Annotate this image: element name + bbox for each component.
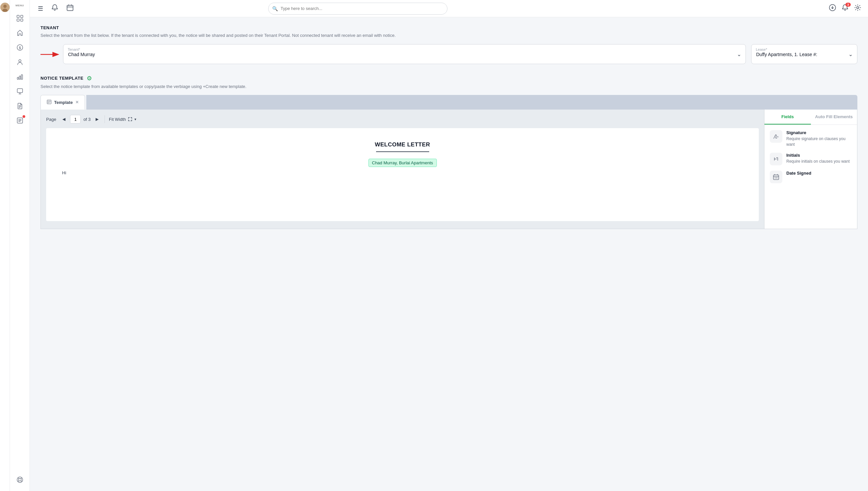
sidebar-item-support[interactable] [14, 474, 26, 486]
page-content: TENANT Select the tenant from the list b… [30, 17, 868, 491]
template-tab-empty-area [86, 95, 857, 110]
field-item-date-signed[interactable]: Date Signed [770, 171, 852, 183]
menu-label: MENU [16, 4, 24, 7]
svg-rect-4 [21, 15, 23, 18]
sidebar: MENU $ [10, 0, 30, 491]
svg-rect-13 [17, 89, 23, 93]
fields-panel: Fields Auto Fill Elements Signat [764, 110, 857, 229]
document-hi: Hi [62, 170, 66, 175]
notice-template-description: Select the notice template from availabl… [40, 83, 857, 90]
calendar-icon[interactable] [65, 3, 75, 14]
template-content-wrapper: Page ◀ 1 of 3 ▶ Fit Width ▾ [40, 110, 857, 229]
document-title: WELCOME LETTER [375, 141, 430, 148]
field-item-initials[interactable]: Initials Require initials on clauses you… [770, 153, 852, 165]
sidebar-item-design[interactable] [14, 85, 26, 97]
document-preview: Page ◀ 1 of 3 ▶ Fit Width ▾ [41, 110, 764, 229]
user-avatar[interactable] [0, 3, 10, 12]
svg-rect-3 [17, 15, 19, 18]
signature-field-info: Signature Require signature on clauses y… [786, 130, 852, 147]
document-underline [376, 151, 429, 152]
page-navigation: ◀ 1 of 3 ▶ [60, 115, 100, 123]
sidebar-item-reports[interactable] [14, 71, 26, 83]
template-tab-close[interactable]: ✕ [76, 100, 79, 105]
svg-point-9 [19, 60, 21, 62]
initials-field-info: Initials Require initials on clauses you… [786, 153, 852, 164]
topnav: ☰ 🔍 [30, 0, 868, 17]
sidebar-item-finance[interactable]: $ [14, 41, 26, 53]
template-tab[interactable]: Template ✕ [40, 95, 85, 110]
svg-text:$: $ [19, 46, 21, 50]
doc-toolbar: Page ◀ 1 of 3 ▶ Fit Width ▾ [46, 115, 759, 123]
sidebar-item-people[interactable] [14, 56, 26, 68]
page-prev-button[interactable]: ◀ [60, 116, 67, 123]
svg-rect-12 [21, 75, 23, 79]
document-page: WELCOME LETTER Chad Murray, Burlai Apart… [46, 128, 759, 221]
svg-rect-10 [17, 77, 19, 79]
lease-field[interactable]: Lease* Duffy Apartments, 1. Lease #: ⌄ [751, 44, 857, 64]
notice-template-header: NOTICE TEMPLATE ⚙ [40, 75, 857, 82]
initials-field-name: Initials [786, 153, 852, 158]
svg-rect-17 [67, 5, 73, 11]
svg-rect-23 [773, 175, 779, 180]
template-gear-icon[interactable]: ⚙ [87, 75, 92, 82]
initials-field-desc: Require initials on clauses you want [786, 159, 852, 164]
svg-point-19 [857, 7, 859, 9]
signature-field-name: Signature [786, 130, 852, 135]
svg-point-1 [3, 5, 7, 8]
page-number[interactable]: 1 [70, 115, 81, 123]
tenant-section-header: TENANT [40, 25, 857, 30]
topnav-right-icons: 3 [829, 4, 861, 13]
fit-width-chevron-icon: ▾ [134, 117, 137, 121]
tenant-form-row: Tenant* Chad Murray ⌄ Lease* Duffy Apart… [40, 44, 857, 64]
main-wrapper: ☰ 🔍 [30, 0, 868, 491]
tenant-select[interactable]: Chad Murray [63, 44, 746, 64]
initials-icon-box [770, 153, 782, 165]
svg-rect-6 [21, 19, 23, 21]
template-tab-icon [47, 99, 52, 105]
svg-rect-5 [17, 19, 19, 21]
page-next-button[interactable]: ▶ [93, 116, 100, 123]
notice-template-title: NOTICE TEMPLATE [40, 76, 83, 81]
download-icon[interactable] [829, 4, 836, 13]
notification-bell-top[interactable] [50, 3, 60, 14]
search-bar[interactable]: 🔍 [268, 3, 447, 15]
date-signed-icon-box [770, 171, 782, 183]
search-input[interactable] [268, 3, 447, 15]
tab-autofill[interactable]: Auto Fill Elements [811, 110, 857, 124]
date-signed-field-name: Date Signed [786, 171, 852, 176]
tab-fields[interactable]: Fields [765, 110, 811, 124]
fit-width-button[interactable]: Fit Width ▾ [109, 117, 137, 122]
tenant-section-description: Select the tenant from the list below. I… [40, 32, 857, 39]
tenant-field[interactable]: Tenant* Chad Murray ⌄ [63, 44, 746, 64]
avatar-strip [0, 0, 10, 491]
toolbar-divider [104, 115, 105, 123]
document-highlight-name: Chad Murray, Burlai Apartments [368, 159, 437, 167]
sidebar-item-dashboard[interactable] [14, 12, 26, 24]
sidebar-item-home[interactable] [14, 27, 26, 39]
page-label: Page [46, 117, 56, 122]
settings-icon[interactable] [854, 4, 861, 13]
signature-field-desc: Require signature on clauses you want [786, 136, 852, 147]
fields-tabs: Fields Auto Fill Elements [765, 110, 857, 125]
search-icon: 🔍 [272, 6, 278, 11]
date-signed-field-info: Date Signed [786, 171, 852, 177]
template-tab-label: Template [54, 100, 73, 105]
sidebar-item-documents[interactable] [14, 100, 26, 112]
template-tabs: Template ✕ [40, 95, 857, 110]
hamburger-button[interactable]: ☰ [36, 4, 44, 13]
fields-list: Signature Require signature on clauses y… [765, 125, 857, 189]
sidebar-item-listings[interactable] [14, 115, 26, 126]
listings-badge [23, 115, 25, 118]
arrow-indicator [40, 50, 60, 59]
signature-icon-box [770, 130, 782, 143]
lease-select[interactable]: Duffy Apartments, 1. Lease #: [751, 44, 857, 64]
fit-width-label: Fit Width [109, 117, 126, 122]
svg-point-15 [17, 477, 23, 483]
svg-rect-11 [19, 76, 21, 79]
page-total: of 3 [83, 117, 91, 122]
notification-badge: 3 [845, 3, 851, 7]
field-item-signature[interactable]: Signature Require signature on clauses y… [770, 130, 852, 147]
notification-icon[interactable]: 3 [841, 4, 849, 13]
